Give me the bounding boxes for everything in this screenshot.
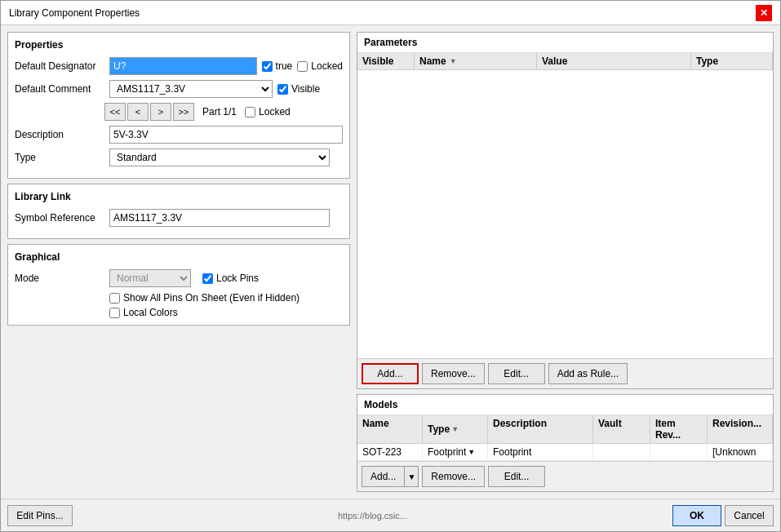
cancel-btn[interactable]: Cancel (725, 505, 774, 526)
nav-first-btn[interactable]: << (104, 103, 126, 121)
symbol-ref-row: Symbol Reference (15, 209, 343, 227)
models-remove-btn[interactable]: Remove... (422, 466, 485, 487)
models-add-arrow-btn[interactable]: ▼ (404, 466, 419, 487)
footer-url: https://blog.csic... (338, 511, 407, 521)
default-designator-row: Default Designator true Locked (15, 57, 343, 75)
models-panel: Models Name Type ▼ Description Vault Ite… (357, 394, 774, 492)
footer: Edit Pins... https://blog.csic... OK Can… (1, 499, 780, 531)
models-table-header: Name Type ▼ Description Vault Item Rev..… (357, 415, 773, 444)
type-row: Type Standard Power Graphical Net Tie Pa… (15, 149, 343, 166)
visible-label: true (276, 60, 293, 72)
parameters-table-body (357, 70, 773, 358)
parameters-panel: Parameters Visible Name ▼ Value Type Add… (357, 32, 774, 389)
close-button[interactable]: ✕ (756, 5, 772, 21)
symbol-ref-label: Symbol Reference (15, 212, 104, 224)
locked2-checkbox-row: Locked (245, 106, 291, 117)
visible-checkbox-row: true (262, 60, 293, 72)
mth-itemrev: Item Rev... (650, 415, 708, 443)
nav-prev-btn[interactable]: < (127, 103, 149, 121)
show-all-pins-label: Show All Pins On Sheet (Even if Hidden) (123, 292, 300, 304)
model-vault-cell (593, 444, 650, 460)
left-panel: Properties Default Designator true Locke… (7, 32, 350, 492)
models-edit-btn[interactable]: Edit... (488, 466, 545, 487)
model-type-dropdown-icon[interactable]: ▼ (468, 448, 475, 456)
edit-pins-btn[interactable]: Edit Pins... (7, 505, 73, 526)
locked-checkbox-row: Locked (297, 60, 343, 72)
visible2-checkbox-row: Visible (277, 83, 320, 95)
models-add-dropdown: Add... ▼ (362, 466, 419, 487)
locked-checkbox[interactable] (297, 61, 308, 72)
local-colors-checkbox[interactable] (109, 308, 120, 318)
models-add-btn[interactable]: Add... (362, 466, 404, 487)
visible2-checkbox[interactable] (277, 84, 288, 95)
lock-pins-checkbox[interactable] (202, 273, 213, 284)
mode-row: Mode Normal Lock Pins (15, 269, 343, 287)
part-label: Part 1/1 (202, 106, 237, 117)
description-label: Description (15, 129, 104, 140)
model-type-cell: Footprint ▼ (423, 444, 488, 460)
model-name-cell: SOT-223 (357, 444, 423, 460)
visible-checkbox[interactable] (262, 61, 273, 72)
local-colors-label: Local Colors (123, 307, 178, 318)
dialog: Library Component Properties ✕ Propertie… (0, 0, 781, 532)
local-colors-row: Local Colors (109, 307, 343, 318)
parameters-title: Parameters (357, 33, 773, 53)
default-designator-input[interactable] (109, 57, 257, 75)
symbol-ref-input[interactable] (109, 209, 330, 227)
models-table-body: SOT-223 Footprint ▼ Footprint [Unknown (357, 444, 773, 461)
th-type: Type (691, 53, 773, 69)
th-visible: Visible (357, 53, 415, 69)
type-label: Type (15, 152, 104, 163)
th-value: Value (537, 53, 691, 69)
graphical-section: Graphical Mode Normal Lock Pins Show All… (7, 244, 350, 326)
description-input[interactable] (109, 126, 343, 144)
nav-next-btn[interactable]: > (150, 103, 171, 121)
properties-title: Properties (15, 39, 343, 51)
properties-section: Properties Default Designator true Locke… (7, 32, 350, 179)
title-bar: Library Component Properties ✕ (1, 1, 780, 25)
model-desc-cell: Footprint (488, 444, 593, 460)
default-designator-label: Default Designator (15, 60, 104, 72)
mth-desc: Description (488, 415, 593, 443)
models-row: SOT-223 Footprint ▼ Footprint [Unknown (357, 444, 773, 461)
nav-last-btn[interactable]: >> (173, 103, 194, 121)
type-select[interactable]: Standard Power Graphical Net Tie Part Nu… (109, 149, 330, 166)
type-sort-icon: ▼ (451, 425, 459, 433)
show-all-pins-checkbox[interactable] (109, 293, 120, 304)
visible2-label: Visible (291, 83, 320, 95)
ok-btn[interactable]: OK (672, 505, 721, 526)
params-add-as-rule-btn[interactable]: Add as Rule... (548, 363, 628, 384)
lock-pins-row: Lock Pins (202, 273, 259, 284)
mode-select[interactable]: Normal (109, 269, 191, 287)
default-comment-select[interactable]: AMS1117_3.3V (109, 80, 273, 98)
show-all-pins-row: Show All Pins On Sheet (Even if Hidden) (109, 292, 343, 304)
locked2-label: Locked (259, 106, 291, 117)
name-sort-icon: ▼ (450, 57, 457, 65)
library-link-title: Library Link (15, 191, 343, 202)
models-title: Models (357, 395, 773, 415)
params-add-btn[interactable]: Add... (362, 363, 419, 384)
th-name: Name ▼ (415, 53, 537, 69)
model-itemrev-cell (650, 444, 708, 460)
mode-label: Mode (15, 273, 104, 284)
params-btn-row: Add... Remove... Edit... Add as Rule... (357, 358, 773, 388)
locked2-checkbox[interactable] (245, 107, 255, 117)
footer-right: OK Cancel (672, 505, 774, 526)
model-revision-cell: [Unknown (708, 444, 773, 460)
parameters-table-header: Visible Name ▼ Value Type (357, 53, 773, 70)
mth-revision: Revision... (708, 415, 773, 443)
models-btn-row: Add... ▼ Remove... Edit... (357, 461, 773, 491)
footer-left: Edit Pins... (7, 505, 73, 526)
mth-name: Name (357, 415, 423, 443)
params-edit-btn[interactable]: Edit... (488, 363, 545, 384)
graphical-title: Graphical (15, 251, 343, 263)
main-content: Properties Default Designator true Locke… (1, 25, 780, 499)
dialog-title: Library Component Properties (9, 7, 140, 19)
library-link-section: Library Link Symbol Reference (7, 184, 350, 239)
mth-type: Type ▼ (423, 415, 488, 443)
default-comment-label: Default Comment (15, 83, 104, 95)
right-panel: Parameters Visible Name ▼ Value Type Add… (357, 32, 774, 492)
params-remove-btn[interactable]: Remove... (422, 363, 485, 384)
nav-row: << < > >> Part 1/1 Locked (104, 103, 343, 121)
locked-label: Locked (311, 60, 343, 72)
